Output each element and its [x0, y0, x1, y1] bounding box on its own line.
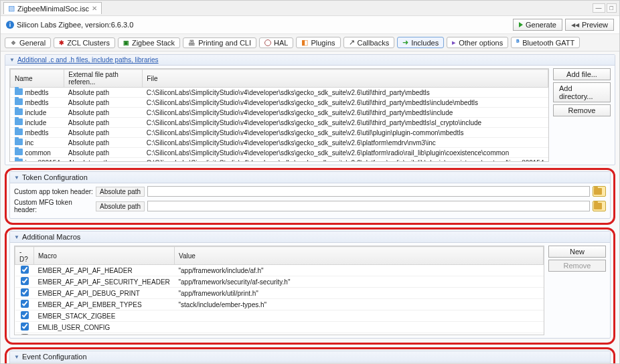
bluetooth-icon [516, 38, 520, 47]
app-token-pathtype: Absolute path [96, 187, 145, 197]
zcl-icon: ✱ [59, 39, 64, 46]
tab-bluetooth-gatt[interactable]: Bluetooth GATT [511, 37, 580, 48]
tab-zigbee-stack[interactable]: ▣Zigbee Stack [118, 37, 180, 48]
col-ref[interactable]: External file path referen... [64, 70, 143, 88]
add-directory-button[interactable]: Add directory... [553, 82, 611, 102]
section-title: Event Configuration [22, 353, 87, 361]
new-macro-button[interactable]: New [548, 246, 606, 258]
generate-button[interactable]: Generate [513, 19, 562, 31]
event-config-header[interactable]: ▼ Event Configuration [10, 351, 610, 363]
table-row[interactable]: EMBER_STACK_ZIGBEE [15, 310, 544, 322]
tab-includes[interactable]: ➜Includes [397, 37, 444, 48]
additional-files-header[interactable]: ▼ Additional .c and .h files, include pa… [5, 55, 615, 66]
folder-icon [15, 98, 23, 105]
table-row[interactable]: EMLIB_USER_CONFIG [15, 322, 544, 333]
col-file[interactable]: File [143, 70, 548, 88]
app-token-label: Custom app token header: [14, 188, 93, 195]
section-title: Additional .c and .h files, include path… [17, 56, 159, 64]
twisty-icon: ▼ [9, 57, 15, 63]
square-icon: ▧ [8, 4, 15, 13]
files-table[interactable]: Name External file path referen... File … [9, 68, 549, 162]
tab-zcl-clusters[interactable]: ✱ZCL Clusters [54, 37, 115, 48]
col-d[interactable]: -D? [15, 247, 34, 265]
table-row[interactable]: mbedtlsAbsolute pathC:\SiliconLabs\Simpl… [11, 128, 548, 138]
table-row[interactable]: ieee802154Absolute pathC:\SiliconLabs\Si… [11, 158, 548, 163]
macro-d-checkbox[interactable] [21, 277, 29, 285]
additional-macros-section: ▼ Additional Macros -D? Macro Value [9, 231, 611, 339]
table-row[interactable]: EMBER_AF_API_AF_SECURITY_HEADER"app/fram… [15, 276, 544, 288]
macro-d-checkbox[interactable] [21, 266, 29, 274]
section-title: Token Configuration [22, 173, 88, 181]
stack-icon: ▣ [123, 39, 129, 46]
twisty-icon: ▼ [14, 175, 19, 181]
close-tab-icon[interactable]: ✕ [92, 5, 97, 12]
col-value[interactable]: Value [175, 247, 544, 265]
tab-general[interactable]: General [5, 37, 51, 48]
table-row[interactable]: incAbsolute pathC:\SiliconLabs\Simplicit… [11, 138, 548, 148]
mfg-token-pathtype: Absolute path [96, 201, 145, 211]
token-config-header[interactable]: ▼ Token Configuration [10, 172, 610, 183]
maximize-icon[interactable]: □ [607, 3, 617, 13]
col-macro[interactable]: Macro [34, 247, 175, 265]
table-row[interactable]: EMBER_AF_API_EMBER_TYPES"stack/include/e… [15, 299, 544, 310]
token-config-section: ▼ Token Configuration Custom app token h… [9, 171, 611, 219]
macro-d-checkbox[interactable] [21, 300, 29, 308]
remove-file-button[interactable]: Remove [553, 104, 611, 116]
config-tabbar: General ✱ZCL Clusters ▣Zigbee Stack 🖶Pri… [1, 34, 619, 52]
additional-files-section: ▼ Additional .c and .h files, include pa… [5, 54, 615, 165]
table-row[interactable]: commonAbsolute pathC:\SiliconLabs\Simpli… [11, 148, 548, 158]
folder-icon [15, 159, 23, 162]
callback-icon: ↗ [349, 38, 355, 47]
other-icon: ▸ [452, 38, 456, 47]
tab-other-options[interactable]: ▸Other options [447, 37, 508, 48]
table-row[interactable]: EMBER_AF_API_AF_HEADER"app/framework/inc… [15, 265, 544, 276]
col-name[interactable]: Name [11, 70, 64, 88]
macro-d-checkbox[interactable] [21, 323, 29, 331]
plugin-icon: ◧ [301, 38, 308, 47]
remove-macro-button[interactable]: Remove [548, 260, 606, 272]
browse-app-token-button[interactable] [593, 186, 606, 197]
folder-icon [15, 139, 23, 145]
app-token-input[interactable] [147, 186, 590, 197]
preview-button[interactable]: Preview [565, 19, 614, 31]
folder-icon [15, 149, 23, 155]
macro-d-checkbox[interactable] [21, 311, 29, 319]
section-title: Additional Macros [22, 233, 80, 241]
event-config-section: ▼ Event Configuration Command Callback 🔒… [9, 351, 611, 363]
editor-tabbar: ▧ ZigbeeMinimalSoc.isc ✕ — □ [1, 1, 619, 16]
additional-macros-header[interactable]: ▼ Additional Macros [10, 232, 610, 243]
file-tab[interactable]: ▧ ZigbeeMinimalSoc.isc ✕ [3, 2, 102, 14]
gear-icon [10, 39, 17, 46]
macros-table[interactable]: -D? Macro Value EMBER_AF_API_AF_HEADER"a… [14, 246, 544, 335]
tab-callbacks[interactable]: ↗Callbacks [343, 37, 395, 48]
add-file-button[interactable]: Add file... [553, 68, 611, 80]
file-tab-title: ZigbeeMinimalSoc.isc [17, 5, 89, 13]
version-text: Silicon Labs Zigbee, version:6.6.3.0 [17, 21, 133, 29]
twisty-icon: ▼ [14, 354, 19, 360]
print-icon: 🖶 [188, 39, 196, 47]
folder-icon [15, 108, 23, 115]
hal-icon [264, 39, 271, 46]
folder-icon [594, 188, 602, 195]
folder-icon [15, 118, 23, 125]
tab-printing-cli[interactable]: 🖶Printing and CLI [183, 37, 256, 48]
folder-icon [15, 88, 23, 95]
mfg-token-input[interactable] [147, 201, 590, 211]
table-row[interactable]: includeAbsolute pathC:\SiliconLabs\Simpl… [11, 118, 548, 128]
table-row[interactable]: EMBER_AF_API_DEBUG_PRINT"app/framework/u… [15, 288, 544, 299]
macro-d-checkbox[interactable] [21, 288, 29, 296]
includes-icon: ➜ [402, 38, 408, 47]
twisty-icon: ▼ [14, 234, 19, 240]
table-row[interactable]: includeAbsolute pathC:\SiliconLabs\Simpl… [11, 108, 548, 118]
browse-mfg-token-button[interactable] [593, 201, 606, 211]
tab-hal[interactable]: HAL [259, 37, 293, 48]
table-row[interactable]: mbedtlsAbsolute pathC:\SiliconLabs\Simpl… [11, 98, 548, 108]
table-row[interactable]: mbedtlsAbsolute pathC:\SiliconLabs\Simpl… [11, 88, 548, 98]
minimize-icon[interactable]: — [593, 3, 605, 13]
mfg-token-label: Custom MFG token header: [14, 199, 93, 213]
table-row[interactable]: FINDING_AND_BINDING_DELAY_MS3000 [15, 333, 544, 336]
tab-plugins[interactable]: ◧Plugins [296, 37, 340, 48]
folder-icon [594, 203, 602, 209]
macro-d-checkbox[interactable] [21, 334, 29, 335]
folder-icon [15, 128, 23, 135]
